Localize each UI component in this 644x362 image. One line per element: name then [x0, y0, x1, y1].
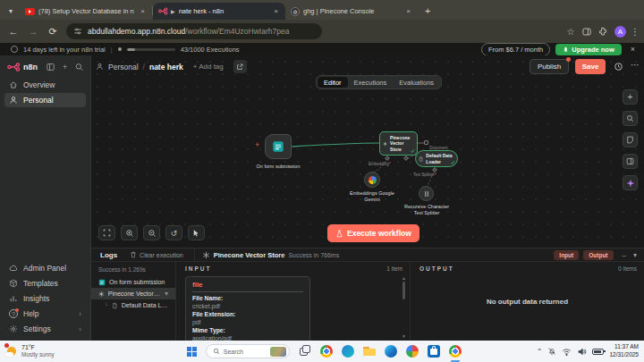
tab-search-caret-icon[interactable]: ▾	[9, 7, 13, 15]
minimize-icon[interactable]: –	[623, 251, 626, 259]
search-highlight-image[interactable]	[270, 347, 286, 357]
browser-tab-pinecone[interactable]: ◍ ghg | Pinecone Console ×	[285, 3, 418, 20]
workflow-name[interactable]: nate herk	[149, 63, 183, 72]
field-key: File Extension:	[192, 311, 303, 319]
address-bar[interactable]: abdullahdemo.app.n8n.cloud/workflow/Em4U…	[66, 23, 322, 39]
share-button[interactable]	[233, 60, 247, 73]
zoom-to-fit-button[interactable]	[98, 225, 115, 240]
chevron-down-icon[interactable]: ▾	[165, 290, 168, 298]
upgrade-button[interactable]: Upgrade now	[555, 44, 622, 55]
scroll-down-icon[interactable]: ▼	[402, 334, 406, 339]
add-node-marker[interactable]: +	[255, 140, 259, 149]
wifi-icon[interactable]	[562, 347, 572, 357]
do-not-disturb-icon[interactable]	[547, 347, 556, 356]
chrome-active-icon[interactable]	[449, 345, 462, 358]
tab-editor[interactable]: Editor	[318, 77, 348, 88]
trial-banner: 14 days left in your n8n trial | 43/1000…	[0, 43, 644, 55]
profile-avatar[interactable]: A	[614, 26, 626, 38]
zoom-in-button[interactable]	[121, 225, 138, 240]
sidebar-item-personal[interactable]: Personal	[4, 93, 86, 107]
add-node-button[interactable]: +	[623, 89, 638, 105]
pinecone-icon	[202, 251, 210, 259]
edge-icon[interactable]	[385, 345, 397, 358]
file-explorer-icon[interactable]	[363, 345, 376, 358]
input-file-card[interactable]: file File Name: cricket.pdf File Extensi…	[185, 276, 310, 348]
browser-toolbar: ← → ⟳ abdullahdemo.app.n8n.cloud/workflo…	[0, 20, 644, 43]
collapse-sidebar-icon[interactable]	[45, 63, 56, 72]
tab-evaluations[interactable]: Evaluations	[393, 77, 440, 88]
scrollbar-thumb[interactable]	[402, 282, 405, 299]
sidebar-item-admin-panel[interactable]: Admin Panel	[4, 261, 86, 275]
breadcrumb-project[interactable]: Personal	[108, 63, 139, 72]
new-tab-button[interactable]: +	[425, 5, 430, 16]
output-endpoint[interactable]	[424, 140, 428, 145]
zoom-out-button[interactable]	[143, 225, 160, 240]
sidebar-item-insights[interactable]: Insights	[4, 291, 86, 306]
hidden-icons-chevron[interactable]: ⌃	[537, 348, 543, 356]
taskbar-search[interactable]: Search	[206, 344, 290, 358]
microsoft-store-icon[interactable]	[428, 345, 440, 358]
create-workflow-icon[interactable]: +	[59, 63, 71, 72]
taskbar-clock[interactable]: 11:37 AM 12/31/2025	[609, 343, 639, 359]
task-view-button[interactable]	[299, 345, 311, 358]
battery-icon[interactable]	[592, 349, 604, 355]
back-icon[interactable]: ←	[4, 26, 23, 37]
node-pinecone-vector-store[interactable]: Pinecone Vector Store ✓	[379, 131, 418, 156]
pointer-mode-button[interactable]	[188, 225, 205, 240]
tab-close-icon[interactable]: ×	[272, 7, 280, 15]
node-default-data-loader[interactable]: Default Data Loader ✓	[415, 150, 458, 167]
tree-item-pinecone[interactable]: Pinecone Vector Store ▾	[91, 288, 175, 299]
tree-item-loader[interactable]: └ Default Data Loader	[91, 299, 175, 311]
layout-panel-button[interactable]	[623, 154, 638, 169]
url-domain: abdullahdemo.app.n8n.cloud	[88, 27, 185, 36]
tab-executions[interactable]: Executions	[348, 77, 394, 88]
tab-close-icon[interactable]: ×	[404, 7, 412, 15]
run-status: Success in 1.269s	[98, 266, 175, 273]
clear-execution-button[interactable]: Clear execution	[130, 251, 183, 258]
chrome-icon[interactable]	[320, 345, 333, 358]
publish-button[interactable]: Publish	[530, 59, 569, 74]
undo-button[interactable]: ↺	[165, 225, 182, 240]
weather-widget[interactable]: 71°F Mostly sunny	[5, 343, 55, 358]
sidebar-item-help[interactable]: ? Help ›	[4, 307, 86, 321]
add-tag-button[interactable]: + Add tag	[193, 63, 224, 71]
panel-icon	[626, 157, 634, 165]
browser-tab-n8n-active[interactable]: ▶ nate herk - n8n ×	[153, 3, 285, 20]
input-scrollbar[interactable]: ▲ ▼	[402, 276, 406, 339]
volume-icon[interactable]	[577, 347, 587, 357]
copilot-icon[interactable]	[342, 345, 354, 358]
workflow-menu-icon[interactable]: ⋯	[631, 60, 640, 70]
node-embeddings-google-gemini[interactable]	[364, 172, 380, 188]
bookmark-star-icon[interactable]: ☆	[563, 27, 579, 37]
site-settings-icon[interactable]	[73, 27, 82, 36]
execute-workflow-button[interactable]: Execute workflow	[327, 224, 419, 242]
tab-close-icon[interactable]: ×	[139, 7, 147, 15]
collapse-chevron-icon[interactable]: ▾	[633, 251, 637, 259]
windows-start-button[interactable]	[187, 347, 197, 357]
forward-icon[interactable]: →	[23, 26, 43, 37]
sidebar-item-settings[interactable]: Settings ›	[4, 322, 86, 336]
node-on-form-submission[interactable]	[265, 134, 292, 159]
sticky-note-button[interactable]	[623, 132, 638, 147]
time: 11:37 AM	[614, 343, 639, 351]
side-panel-icon[interactable]	[579, 27, 595, 37]
photos-icon[interactable]	[406, 345, 419, 358]
search-icon[interactable]	[73, 63, 85, 72]
sidebar-item-templates[interactable]: Templates	[4, 276, 86, 290]
extensions-puzzle-icon[interactable]	[595, 27, 611, 37]
reload-icon[interactable]: ⟳	[43, 26, 63, 38]
sidebar-item-overview[interactable]: Overview	[4, 78, 86, 92]
ai-assistant-button[interactable]	[623, 175, 638, 190]
save-button[interactable]: Save	[575, 59, 606, 74]
output-toggle-button[interactable]: Output	[583, 250, 613, 260]
input-toggle-button[interactable]: Input	[554, 250, 579, 260]
tree-item-form[interactable]: On form submission	[91, 276, 175, 288]
canvas-search-button[interactable]	[623, 111, 638, 126]
banner-close-icon[interactable]: ×	[631, 45, 635, 54]
history-icon[interactable]	[614, 62, 623, 72]
browser-menu-icon[interactable]: ⋮	[626, 27, 644, 37]
scroll-up-icon[interactable]: ▲	[402, 276, 406, 281]
output-count: 0 items	[618, 265, 637, 272]
node-recursive-character-text-splitter[interactable]	[419, 186, 434, 201]
browser-tab-youtube[interactable]: (78) Setup Vector Database in n ×	[20, 3, 152, 20]
